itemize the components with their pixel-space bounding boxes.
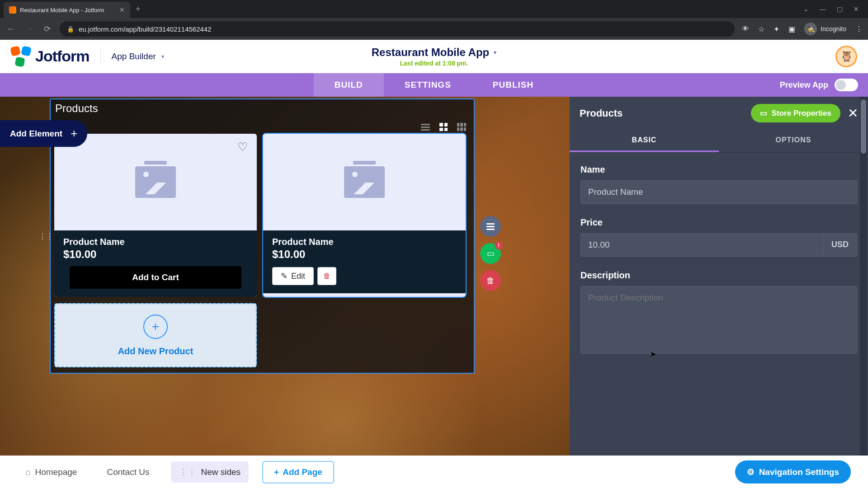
forward-button[interactable]: → <box>24 24 34 34</box>
trash-icon: 🗑 <box>486 276 495 286</box>
tab-settings[interactable]: SETTINGS <box>384 73 472 97</box>
product-image-placeholder <box>263 134 466 230</box>
price-input[interactable] <box>580 233 823 257</box>
drag-handle-icon[interactable]: ⋮⋮ <box>39 232 53 240</box>
home-icon: ⌂ <box>25 467 30 477</box>
pencil-icon: ✎ <box>281 271 288 281</box>
edit-product-button[interactable]: ✎ Edit <box>272 267 314 285</box>
eye-off-icon[interactable]: 👁 <box>742 25 749 33</box>
user-avatar[interactable]: 🦉 <box>835 46 857 67</box>
delete-product-button[interactable]: 🗑 <box>317 267 336 285</box>
page-contact[interactable]: Contact Us <box>99 462 157 483</box>
product-price: $10.00 <box>272 248 457 261</box>
product-price: $10.00 <box>63 248 248 261</box>
chevron-down-icon: ▾ <box>494 49 496 56</box>
navigation-settings-button[interactable]: ⚙ Navigation Settings <box>735 460 851 483</box>
add-new-product-button[interactable]: + Add New Product <box>54 303 257 367</box>
product-name: Product Name <box>63 237 248 247</box>
app-title[interactable]: Restaurant Mobile App ▾ <box>372 46 496 59</box>
lock-icon: 🔒 <box>67 26 74 33</box>
store-properties-button[interactable]: ▭ Store Properties <box>751 104 840 122</box>
page-new-sides[interactable]: ⋮⋮ New sides <box>171 461 249 483</box>
add-element-label: Add Element <box>10 129 62 139</box>
panel-title: Products <box>580 108 623 119</box>
tab-favicon <box>9 6 16 14</box>
back-button[interactable]: ← <box>5 24 16 34</box>
storefront-icon: ▭ <box>760 108 767 118</box>
plus-circle-icon: + <box>143 314 168 339</box>
alert-badge: ! <box>495 241 503 249</box>
products-heading: Products <box>54 102 470 115</box>
float-delete-button[interactable]: 🗑 <box>480 270 501 291</box>
name-input[interactable] <box>580 180 857 204</box>
add-to-cart-button[interactable]: Add to Cart <box>70 266 241 289</box>
divider <box>100 48 101 65</box>
float-list-button[interactable] <box>480 216 501 237</box>
trash-icon: 🗑 <box>323 272 330 280</box>
maximize-icon[interactable]: ▢ <box>837 5 843 13</box>
view-list-icon[interactable] <box>419 121 432 133</box>
preview-toggle[interactable] <box>835 79 858 91</box>
name-label: Name <box>580 164 857 175</box>
product-card[interactable]: ♡ Product Name $10.00 Add to Cart <box>54 134 257 297</box>
properties-panel: Products ▭ Store Properties ✕ BASIC OPTI… <box>570 97 868 455</box>
product-image-placeholder: ♡ <box>54 134 257 230</box>
add-page-button[interactable]: + Add Page <box>262 461 334 483</box>
float-payment-button[interactable]: ▭ ! <box>480 243 501 264</box>
plus-icon: + <box>71 127 77 141</box>
tab-options[interactable]: OPTIONS <box>719 130 868 152</box>
currency-chip[interactable]: USD <box>823 233 857 257</box>
window-controls: ⌄ — ▢ ✕ <box>803 5 864 13</box>
app-builder-dropdown[interactable]: App Builder ▾ <box>112 52 164 61</box>
address-bar[interactable]: 🔒 eu.jotform.com/app/build/2314021145624… <box>60 21 735 37</box>
preview-app-label: Preview App <box>780 80 828 90</box>
tab-publish[interactable]: PUBLISH <box>472 73 554 97</box>
app-builder-label: App Builder <box>112 52 156 61</box>
image-placeholder-icon <box>135 166 176 198</box>
incognito-icon: 🕵️ <box>804 23 817 35</box>
close-window-icon[interactable]: ✕ <box>854 5 859 13</box>
tab-basic[interactable]: BASIC <box>570 130 719 152</box>
tab-title: Restaurant Mobile App - Jotform <box>20 7 116 14</box>
view-grid2-icon[interactable] <box>437 121 450 133</box>
reload-button[interactable]: ⟳ <box>42 24 52 34</box>
product-card-selected[interactable]: Product Name $10.00 ✎ Edit 🗑 <box>263 134 466 297</box>
star-icon[interactable]: ☆ <box>758 25 764 33</box>
logo-text: Jotform <box>35 47 90 65</box>
description-label: Description <box>580 270 857 281</box>
chevron-down-icon: ▾ <box>161 53 164 60</box>
extensions-icon[interactable]: ✦ <box>774 25 779 33</box>
close-tab-icon[interactable]: ✕ <box>119 6 125 14</box>
url-text: eu.jotform.com/app/build/231402114562442 <box>79 25 212 33</box>
product-name: Product Name <box>272 237 457 247</box>
card-icon: ▭ <box>487 249 495 258</box>
drag-dots-icon: ⋮⋮ <box>179 467 196 477</box>
description-input[interactable] <box>580 286 857 354</box>
scrollbar[interactable] <box>860 97 867 455</box>
heart-icon[interactable]: ♡ <box>237 140 248 154</box>
image-placeholder-icon <box>344 166 385 198</box>
logo-mark <box>11 47 31 66</box>
browser-tab[interactable]: Restaurant Mobile App - Jotform ✕ <box>4 2 130 18</box>
incognito-label: Incognito <box>821 25 846 33</box>
close-panel-icon[interactable]: ✕ <box>848 106 858 121</box>
last-edited: Last edited at 1:08 pm. <box>372 60 496 67</box>
products-editor: ⋮⋮ Products ♡ Product Name <box>50 99 475 374</box>
view-grid3-icon[interactable] <box>455 121 468 133</box>
minimize-icon[interactable]: — <box>820 5 826 13</box>
chevron-down-icon[interactable]: ⌄ <box>803 5 809 13</box>
add-element-button[interactable]: Add Element + <box>0 120 87 147</box>
sidepanel-icon[interactable]: ▣ <box>788 25 795 33</box>
tab-build[interactable]: BUILD <box>314 73 384 97</box>
gear-icon: ⚙ <box>747 467 755 477</box>
kebab-menu-icon[interactable]: ⋮ <box>855 25 863 33</box>
new-tab-button[interactable]: + <box>136 5 141 14</box>
jotform-logo[interactable]: Jotform <box>11 47 90 66</box>
price-label: Price <box>580 217 857 228</box>
page-homepage[interactable]: ⌂ Homepage <box>17 462 85 483</box>
plus-icon: + <box>274 467 279 477</box>
add-new-product-label: Add New Product <box>118 346 193 357</box>
